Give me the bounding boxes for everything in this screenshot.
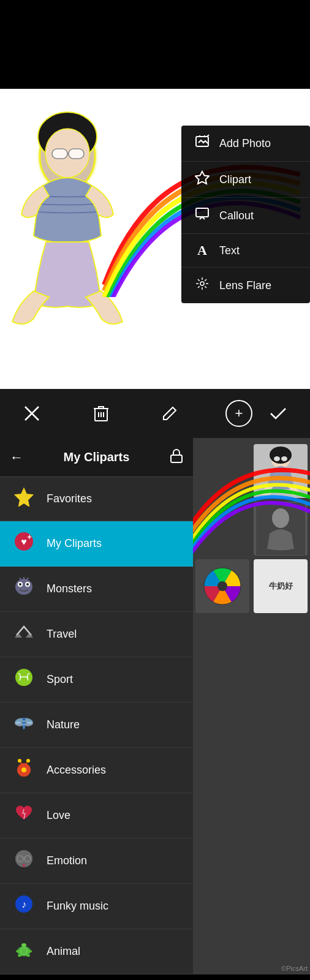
- lock-button[interactable]: [170, 448, 183, 466]
- sidebar-item-monsters[interactable]: Monsters: [0, 567, 193, 612]
- funky-music-label: Funky music: [47, 900, 108, 913]
- love-label: Love: [47, 809, 70, 822]
- svg-point-39: [15, 669, 32, 686]
- svg-line-18: [198, 286, 200, 288]
- popup-lens-flare[interactable]: Lens Flare: [181, 268, 310, 303]
- sport-label: Sport: [47, 673, 73, 686]
- svg-rect-3: [52, 149, 67, 159]
- delete-button[interactable]: [88, 400, 115, 427]
- sidebar-item-favorites[interactable]: Favorites: [0, 477, 193, 521]
- nature-icon: [12, 712, 36, 737]
- back-button[interactable]: ←: [10, 450, 23, 466]
- svg-point-10: [200, 282, 204, 285]
- svg-point-62: [26, 954, 30, 957]
- svg-point-49: [21, 767, 26, 772]
- svg-point-60: [28, 950, 32, 952]
- svg-rect-4: [69, 149, 84, 159]
- svg-point-58: [21, 943, 26, 947]
- text-icon: A: [194, 243, 211, 258]
- thumbnail-person[interactable]: [254, 444, 308, 498]
- callout-icon: [194, 206, 211, 225]
- favorites-label: Favorites: [47, 492, 92, 505]
- sidebar-item-funky-music[interactable]: ♪ Funky music: [0, 884, 193, 929]
- canvas-area[interactable]: Add Photo Clipart Callout A Text: [0, 89, 310, 389]
- plus-icon: +: [235, 407, 243, 420]
- svg-rect-66: [281, 456, 287, 461]
- sidebar-item-nature[interactable]: Nature: [0, 703, 193, 748]
- svg-point-48: [26, 759, 30, 763]
- close-button[interactable]: [18, 400, 45, 427]
- svg-point-68: [272, 508, 289, 528]
- svg-line-7: [207, 135, 209, 137]
- sidebar-item-animal[interactable]: Animal: [0, 929, 193, 974]
- toolbar-right-group: +: [225, 400, 292, 427]
- svg-line-38: [27, 578, 28, 579]
- cliparts-panel: ← My Cliparts Favorites: [0, 438, 310, 974]
- emotion-label: Emotion: [47, 854, 87, 867]
- svg-text:+: +: [27, 533, 31, 541]
- add-photo-label: Add Photo: [219, 137, 271, 150]
- animal-icon: [12, 939, 36, 964]
- add-element-button[interactable]: +: [225, 400, 252, 427]
- sidebar-title: My Cliparts: [33, 450, 160, 464]
- accessories-label: Accessories: [47, 764, 106, 777]
- svg-rect-65: [274, 456, 280, 461]
- animal-label: Animal: [47, 945, 80, 958]
- lens-flare-label: Lens Flare: [219, 279, 271, 292]
- travel-label: Travel: [47, 628, 77, 641]
- sidebar-item-travel[interactable]: Travel: [0, 612, 193, 657]
- add-photo-icon: [194, 134, 211, 153]
- clipart-label: Clipart: [219, 173, 251, 186]
- svg-rect-9: [196, 208, 208, 217]
- my-cliparts-label: My Cliparts: [47, 537, 102, 550]
- thumbnail-chinese-text[interactable]: 牛奶好: [254, 559, 308, 613]
- funky-music-icon: ♪: [12, 894, 36, 919]
- callout-label: Callout: [219, 209, 254, 222]
- popup-menu: Add Photo Clipart Callout A Text: [181, 126, 310, 303]
- editor-toolbar: +: [0, 389, 310, 438]
- svg-line-17: [205, 279, 206, 281]
- love-icon: [12, 803, 36, 828]
- accessories-icon: [12, 758, 36, 783]
- svg-marker-8: [195, 172, 209, 184]
- favorites-icon: [12, 487, 36, 511]
- confirm-button[interactable]: [265, 400, 292, 427]
- sidebar-item-accessories[interactable]: Accessories: [0, 748, 193, 793]
- lens-flare-icon: [194, 276, 211, 295]
- svg-point-59: [16, 950, 20, 952]
- svg-line-37: [20, 578, 21, 579]
- popup-text[interactable]: A Text: [181, 234, 310, 268]
- emotion-icon: [12, 848, 36, 873]
- cliparts-sidebar: ← My Cliparts Favorites: [0, 438, 193, 974]
- clipart-icon: [194, 170, 211, 189]
- svg-point-71: [217, 581, 227, 591]
- svg-text:♪: ♪: [21, 899, 26, 910]
- svg-point-64: [270, 447, 292, 464]
- svg-line-16: [205, 286, 206, 288]
- sidebar-item-sport[interactable]: Sport: [0, 657, 193, 703]
- svg-rect-26: [171, 455, 182, 462]
- svg-point-61: [18, 954, 21, 957]
- svg-line-15: [198, 279, 200, 281]
- thumbnail-person-dark[interactable]: [254, 502, 308, 556]
- svg-point-34: [19, 583, 21, 586]
- monsters-label: Monsters: [47, 582, 92, 595]
- sidebar-item-emotion[interactable]: Emotion: [0, 839, 193, 884]
- cliparts-content-area[interactable]: 牛奶好 ©PicsArt: [193, 438, 310, 974]
- person-figure: [0, 89, 172, 334]
- thumbnail-logo[interactable]: [195, 559, 249, 613]
- my-cliparts-icon: ♥ +: [12, 531, 36, 556]
- nature-label: Nature: [47, 718, 80, 731]
- monsters-icon: [12, 576, 36, 601]
- popup-clipart[interactable]: Clipart: [181, 162, 310, 198]
- svg-point-47: [18, 759, 21, 763]
- svg-point-35: [26, 583, 29, 586]
- popup-callout[interactable]: Callout: [181, 198, 310, 234]
- sidebar-item-my-cliparts[interactable]: ♥ + My Cliparts: [0, 521, 193, 567]
- travel-icon: [12, 622, 36, 647]
- sidebar-item-love[interactable]: Love: [0, 793, 193, 839]
- svg-text:♥: ♥: [21, 537, 27, 547]
- svg-point-45: [23, 718, 26, 721]
- edit-button[interactable]: [156, 400, 183, 427]
- popup-add-photo[interactable]: Add Photo: [181, 126, 310, 162]
